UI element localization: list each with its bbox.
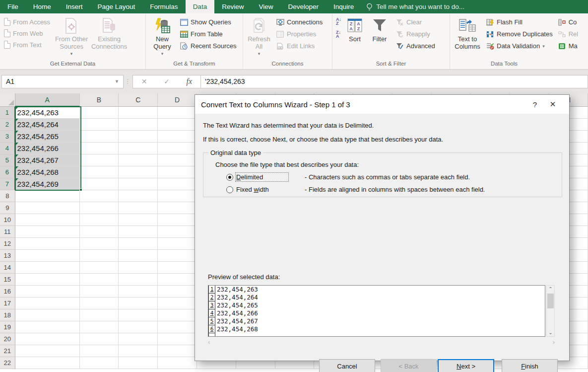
cell[interactable]	[80, 262, 119, 274]
cell[interactable]	[158, 333, 197, 345]
cell[interactable]	[158, 214, 197, 226]
cell[interactable]	[119, 238, 158, 250]
cell[interactable]	[80, 202, 119, 214]
cell[interactable]	[119, 309, 158, 321]
cell[interactable]	[119, 107, 158, 119]
row-header-11[interactable]: 11	[0, 226, 15, 238]
cell[interactable]	[158, 143, 197, 154]
tab-page-layout[interactable]: Page Layout	[90, 0, 143, 13]
row-header-19[interactable]: 19	[0, 321, 15, 333]
data-validation-button[interactable]: Data Validation ▾	[484, 41, 555, 51]
advanced-filter-button[interactable]: Advanced	[393, 41, 437, 51]
name-box-dropdown-icon[interactable]: ▼	[115, 79, 119, 84]
cell[interactable]	[158, 226, 197, 238]
next-button[interactable]: Next >	[438, 359, 494, 372]
text-to-columns-button[interactable]: Text to Columns	[452, 15, 483, 50]
column-header-A[interactable]: A	[15, 93, 80, 107]
tab-view[interactable]: View	[251, 0, 280, 13]
tab-review[interactable]: Review	[214, 0, 251, 13]
cell[interactable]	[80, 166, 119, 178]
manage-data-model-button[interactable]: Ma	[556, 41, 579, 51]
tab-inquire[interactable]: Inquire	[326, 0, 361, 13]
tab-developer[interactable]: Developer	[280, 0, 326, 13]
cell[interactable]	[80, 226, 119, 238]
row-header-20[interactable]: 20	[0, 333, 15, 345]
column-header-C[interactable]: C	[119, 93, 158, 107]
row-header-17[interactable]: 17	[0, 298, 15, 309]
existing-connections-button[interactable]: Existing Connections	[91, 15, 128, 50]
cell-A6[interactable]: 232,454,268	[15, 166, 80, 178]
row-header-16[interactable]: 16	[0, 286, 15, 298]
dialog-title-bar[interactable]: Convert Text to Columns Wizard - Step 1 …	[195, 95, 569, 114]
cell[interactable]	[80, 107, 119, 119]
cell[interactable]	[80, 178, 119, 190]
cell[interactable]	[158, 262, 197, 274]
cell[interactable]	[15, 345, 80, 357]
cell[interactable]	[119, 274, 158, 286]
cell[interactable]	[80, 333, 119, 345]
preview-horizontal-scrollbar[interactable]: ‹ ›	[208, 339, 555, 347]
cell[interactable]	[158, 345, 197, 357]
back-button[interactable]: < Back	[381, 359, 437, 372]
cell[interactable]	[80, 298, 119, 309]
cell[interactable]	[80, 214, 119, 226]
row-header-18[interactable]: 18	[0, 309, 15, 321]
cell[interactable]	[119, 250, 158, 262]
scroll-down-icon[interactable]: ⌄	[548, 329, 552, 336]
select-all-corner[interactable]	[0, 93, 15, 107]
cell[interactable]	[119, 345, 158, 357]
cell[interactable]	[15, 333, 80, 345]
properties-button[interactable]: Properties	[274, 29, 325, 39]
cell[interactable]	[119, 143, 158, 154]
delimited-radio-button[interactable]	[226, 174, 233, 181]
scroll-up-icon[interactable]: ⌃	[548, 286, 552, 293]
cell-A2[interactable]: 232,454,264	[15, 119, 80, 131]
row-header-8[interactable]: 8	[0, 190, 15, 202]
cell[interactable]	[158, 321, 197, 333]
row-header-22[interactable]: 22	[0, 357, 15, 369]
reapply-filter-button[interactable]: Reapply	[393, 29, 437, 39]
fixed-width-radio-label[interactable]: Fixed width	[236, 186, 288, 193]
column-header-B[interactable]: B	[80, 93, 119, 107]
cell[interactable]	[15, 226, 80, 238]
row-header-3[interactable]: 3	[0, 131, 15, 143]
from-table-button[interactable]: From Table	[178, 29, 239, 39]
name-box[interactable]: A1 ▼	[1, 75, 124, 88]
sort-ascending-button[interactable]: A↓Z	[334, 17, 343, 26]
cell[interactable]	[15, 274, 80, 286]
tab-home[interactable]: Home	[26, 0, 59, 13]
cell[interactable]	[158, 154, 197, 166]
cell[interactable]	[119, 154, 158, 166]
cell[interactable]	[119, 226, 158, 238]
cell[interactable]	[119, 321, 158, 333]
cell[interactable]	[119, 190, 158, 202]
cell[interactable]	[80, 154, 119, 166]
cell[interactable]	[15, 238, 80, 250]
sort-button[interactable]: ZAAZ Sort	[344, 15, 366, 43]
cell[interactable]	[119, 166, 158, 178]
row-header-12[interactable]: 12	[0, 238, 15, 250]
show-queries-button[interactable]: Show Queries	[178, 17, 239, 27]
cell[interactable]	[158, 298, 197, 309]
cell-A1[interactable]: 232,454,263	[15, 107, 80, 119]
cell[interactable]	[158, 119, 197, 131]
flash-fill-button[interactable]: Flash Fill	[484, 17, 555, 27]
tab-file[interactable]: File	[0, 0, 26, 13]
cancel-entry-icon[interactable]: ✕	[141, 77, 147, 85]
tab-formulas[interactable]: Formulas	[142, 0, 185, 13]
cell[interactable]	[80, 286, 119, 298]
row-header-1[interactable]: 1	[0, 107, 15, 119]
tab-insert[interactable]: Insert	[59, 0, 90, 13]
row-header-15[interactable]: 15	[0, 274, 15, 286]
cell[interactable]	[15, 214, 80, 226]
row-header-4[interactable]: 4	[0, 143, 15, 154]
scroll-right-icon[interactable]: ›	[553, 339, 555, 347]
refresh-all-button[interactable]: Refresh All ▾	[245, 15, 273, 58]
connections-button[interactable]: Connections	[274, 17, 325, 27]
cell[interactable]	[80, 345, 119, 357]
cell[interactable]	[15, 262, 80, 274]
cell-A5[interactable]: 232,454,267	[15, 154, 80, 166]
cell[interactable]	[119, 286, 158, 298]
cell[interactable]	[80, 250, 119, 262]
scroll-left-icon[interactable]: ‹	[208, 339, 210, 347]
